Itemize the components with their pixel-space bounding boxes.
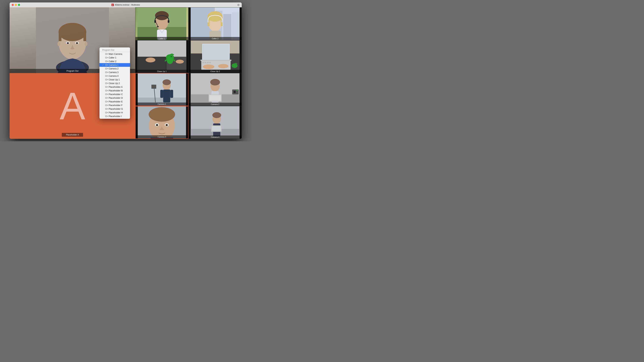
svg-rect-63 bbox=[152, 85, 156, 89]
menu-item-placeholder-a[interactable]: Placeholder A bbox=[100, 85, 130, 89]
placeholder-a-label: Placeholder A bbox=[62, 133, 83, 137]
menu-item-caller2[interactable]: Caller 2 bbox=[100, 59, 130, 63]
menu-label-camera4: Camera 4 bbox=[108, 75, 118, 77]
camera4-cell[interactable]: Camera 4 bbox=[188, 106, 242, 139]
svg-rect-33 bbox=[207, 20, 209, 22]
menu-item-closeup2[interactable]: Close Up 2 bbox=[100, 81, 130, 85]
svg-point-11 bbox=[58, 42, 60, 46]
camera-icon-camera1 bbox=[105, 64, 108, 66]
menu-item-placeholder-c[interactable]: Placeholder C bbox=[100, 92, 130, 96]
menu-item-camera3[interactable]: Camera 3 bbox=[100, 70, 130, 74]
menu-item-placeholder-i[interactable]: Placeholder I bbox=[100, 114, 130, 118]
svg-rect-6 bbox=[84, 32, 86, 41]
placeholder-icon-i bbox=[105, 115, 108, 117]
svg-rect-105 bbox=[106, 90, 107, 91]
traffic-lights bbox=[12, 4, 20, 6]
camera2-cell[interactable]: Camera 2 bbox=[188, 73, 242, 106]
svg-rect-107 bbox=[106, 97, 107, 98]
menu-label-camera3: Camera 3 bbox=[108, 71, 118, 74]
svg-rect-66 bbox=[163, 89, 170, 102]
svg-point-12 bbox=[84, 42, 88, 46]
svg-rect-101 bbox=[106, 75, 107, 76]
menu-item-closeup1[interactable]: Close Up 1 bbox=[100, 78, 130, 81]
placeholder-icon-f bbox=[105, 104, 108, 106]
svg-point-65 bbox=[162, 79, 171, 85]
svg-rect-50 bbox=[200, 60, 232, 61]
minimize-button[interactable] bbox=[15, 4, 17, 6]
menu-item-placeholder-d[interactable]: Placeholder D bbox=[100, 96, 130, 100]
camera-icon-camera2 bbox=[105, 68, 108, 70]
menu-item-camera2[interactable]: Camera 2 bbox=[100, 67, 130, 70]
svg-rect-54 bbox=[207, 62, 208, 63]
svg-point-4 bbox=[58, 23, 86, 41]
svg-rect-27 bbox=[232, 12, 240, 40]
svg-rect-102 bbox=[106, 79, 107, 80]
placeholder-icon-h bbox=[105, 112, 108, 114]
svg-rect-53 bbox=[205, 62, 206, 63]
closeup2-cell[interactable]: Close Up 2 bbox=[188, 40, 242, 73]
camera-icon-camera3 bbox=[105, 71, 108, 73]
svg-rect-108 bbox=[106, 101, 107, 102]
menu-item-placeholder-b[interactable]: Placeholder B bbox=[100, 89, 130, 92]
svg-rect-68 bbox=[170, 90, 173, 98]
svg-rect-95 bbox=[106, 53, 107, 54]
settings-icon[interactable]: ⚙ bbox=[237, 3, 240, 7]
placeholder-icon-g bbox=[105, 108, 108, 110]
svg-point-86 bbox=[166, 124, 168, 126]
app-icon: ▶ bbox=[111, 4, 114, 6]
menu-item-camera1[interactable]: ✓ Camera 1 bbox=[100, 63, 130, 67]
svg-rect-97 bbox=[106, 61, 107, 62]
menu-label-placeholder-b: Placeholder B bbox=[108, 89, 123, 92]
svg-point-41 bbox=[167, 56, 173, 64]
close-button[interactable] bbox=[12, 4, 14, 6]
svg-rect-52 bbox=[202, 62, 204, 63]
svg-rect-18 bbox=[168, 20, 169, 23]
menu-label-closeup2: Close Up 2 bbox=[108, 82, 120, 85]
closeup1-cell[interactable]: Close Up 1 bbox=[135, 40, 188, 73]
camera-icon-closeup1 bbox=[105, 79, 108, 81]
right-panel: Caller 1 bbox=[135, 7, 242, 139]
svg-rect-112 bbox=[106, 116, 107, 117]
svg-point-91 bbox=[212, 112, 221, 118]
placeholder-icon-c bbox=[105, 93, 108, 95]
placeholder-icon-a bbox=[105, 86, 108, 88]
svg-point-58 bbox=[232, 63, 238, 68]
closeup1-label: Close Up 1 bbox=[136, 70, 188, 73]
svg-rect-111 bbox=[106, 112, 107, 113]
svg-rect-49 bbox=[203, 44, 229, 59]
closeup2-label: Close Up 2 bbox=[189, 70, 242, 73]
camera-icon-main bbox=[105, 53, 108, 55]
svg-point-9 bbox=[67, 42, 69, 44]
menu-item-placeholder-f[interactable]: Placeholder F bbox=[100, 103, 130, 107]
menu-label-placeholder-e: Placeholder E bbox=[108, 100, 123, 103]
camera4-label: Camera 4 bbox=[189, 135, 242, 139]
svg-point-85 bbox=[156, 124, 158, 126]
camera1-cell[interactable]: Camera 1 bbox=[135, 73, 188, 106]
camera1-label: Camera 1 bbox=[136, 102, 188, 106]
menu-item-placeholder-e[interactable]: Placeholder E bbox=[100, 100, 130, 103]
menu-item-placeholder-h[interactable]: Placeholder H bbox=[100, 111, 130, 114]
svg-rect-5 bbox=[59, 32, 62, 41]
menu-item-placeholder-g[interactable]: Placeholder G bbox=[100, 107, 130, 111]
menu-label-placeholder-g: Placeholder G bbox=[108, 108, 123, 110]
svg-point-20 bbox=[157, 26, 159, 27]
svg-rect-75 bbox=[210, 95, 221, 101]
svg-rect-26 bbox=[223, 14, 232, 40]
camera3-cell[interactable]: Camera 3 bbox=[135, 106, 188, 139]
svg-rect-17 bbox=[154, 20, 156, 23]
placeholder-icon-d bbox=[105, 97, 108, 99]
context-menu: Program Out Main Camera bbox=[100, 47, 130, 119]
camera-icon-camera4 bbox=[105, 75, 108, 77]
camera-icon-closeup2 bbox=[105, 82, 108, 84]
menu-label-main-camera: Main Camera bbox=[108, 53, 122, 55]
menu-item-camera4[interactable]: Camera 4 bbox=[100, 74, 130, 78]
menu-item-caller1[interactable]: Caller 1 bbox=[100, 56, 130, 59]
caller2-cell[interactable]: Caller 2 bbox=[188, 7, 242, 40]
svg-point-78 bbox=[234, 91, 236, 93]
svg-point-82 bbox=[149, 107, 175, 121]
svg-rect-96 bbox=[106, 57, 107, 58]
menu-item-main-camera[interactable]: Main Camera bbox=[100, 52, 130, 56]
menu-label-placeholder-c: Placeholder C bbox=[108, 93, 123, 95]
caller1-cell[interactable]: Caller 1 bbox=[135, 7, 188, 40]
maximize-button[interactable] bbox=[18, 4, 20, 6]
